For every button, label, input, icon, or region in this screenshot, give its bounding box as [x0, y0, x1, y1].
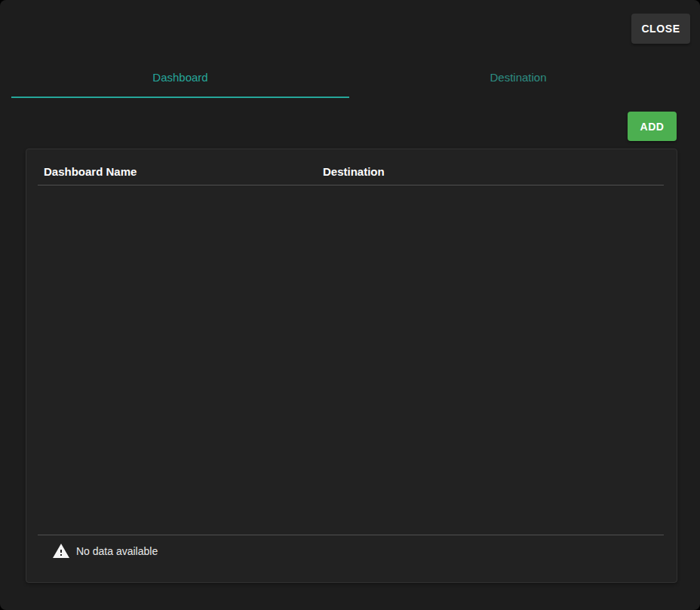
close-button[interactable]: CLOSE — [631, 14, 690, 44]
column-header-destination: Destination — [323, 165, 659, 178]
table-card: Dashboard Name Destination No data avail… — [26, 149, 677, 583]
warning-triangle-icon — [51, 542, 71, 560]
table-header-row: Dashboard Name Destination — [26, 149, 677, 185]
tab-bar: Dashboard Destination — [11, 57, 687, 98]
column-header-dashboard-name: Dashboard Name — [44, 165, 323, 178]
empty-state-text: No data available — [76, 542, 158, 560]
tab-destination[interactable]: Destination — [349, 57, 687, 98]
tab-dashboard[interactable]: Dashboard — [11, 57, 349, 98]
active-tab-indicator — [11, 97, 349, 98]
table-body-empty — [26, 185, 677, 535]
empty-state-row: No data available — [26, 535, 677, 582]
add-button[interactable]: ADD — [628, 112, 677, 141]
mapping-dialog: CLOSE Dashboard Destination ADD Dashboar… — [0, 0, 700, 610]
